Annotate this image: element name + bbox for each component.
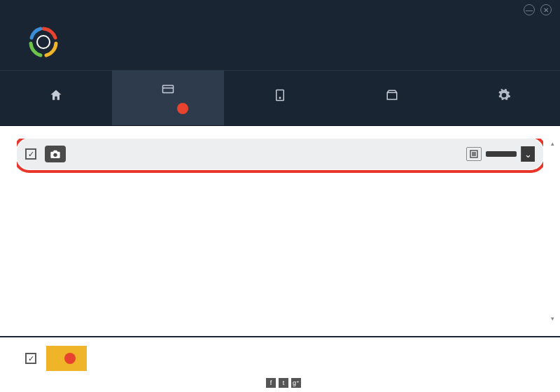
chevron-down-icon: ⌄ — [524, 149, 532, 160]
download-badge — [64, 353, 76, 364]
header — [0, 20, 560, 70]
app-logo-icon — [28, 27, 59, 57]
driver-list: ⌄ — [17, 139, 543, 321]
update-dropdown[interactable]: ⌄ — [521, 146, 535, 162]
tab-backup[interactable] — [224, 71, 336, 125]
camera-icon — [45, 146, 66, 162]
select-all-checkbox[interactable] — [25, 353, 36, 364]
updates-badge — [177, 103, 188, 114]
close-button[interactable]: ✕ — [540, 4, 552, 15]
restore-icon — [384, 88, 400, 103]
titlebar: — ✕ — [0, 0, 560, 20]
tab-restore[interactable] — [336, 71, 448, 125]
update-button[interactable] — [486, 151, 517, 157]
tab-driver-updates[interactable] — [112, 71, 224, 125]
bottom-bar — [0, 337, 560, 379]
scroll-up-icon[interactable]: ▴ — [547, 139, 557, 148]
row-checkbox[interactable] — [25, 148, 36, 160]
tab-home[interactable] — [0, 71, 112, 125]
svg-point-0 — [37, 36, 50, 48]
scroll-down-icon[interactable]: ▾ — [547, 314, 557, 323]
tab-settings[interactable] — [448, 71, 560, 125]
svg-point-4 — [279, 97, 281, 99]
backup-icon — [272, 88, 288, 103]
details-button[interactable] — [466, 147, 482, 161]
twitter-icon[interactable]: t — [279, 378, 288, 388]
home-icon — [48, 88, 64, 103]
updates-icon — [160, 82, 176, 97]
main-tabs — [0, 70, 560, 126]
content-panel: ⌄ ▴ ▾ — [0, 126, 560, 336]
svg-rect-1 — [163, 85, 174, 93]
scrollbar[interactable]: ▴ ▾ — [547, 139, 557, 323]
footer: f t g⁺ — [0, 374, 560, 392]
google-plus-icon[interactable]: g⁺ — [291, 378, 301, 388]
social-links: f t g⁺ — [266, 378, 301, 388]
minimize-button[interactable]: — — [524, 4, 535, 15]
driver-row[interactable]: ⌄ — [17, 139, 543, 169]
download-install-button[interactable] — [46, 346, 87, 371]
facebook-icon[interactable]: f — [266, 378, 276, 388]
row-text — [74, 153, 458, 155]
gear-icon — [496, 88, 512, 103]
